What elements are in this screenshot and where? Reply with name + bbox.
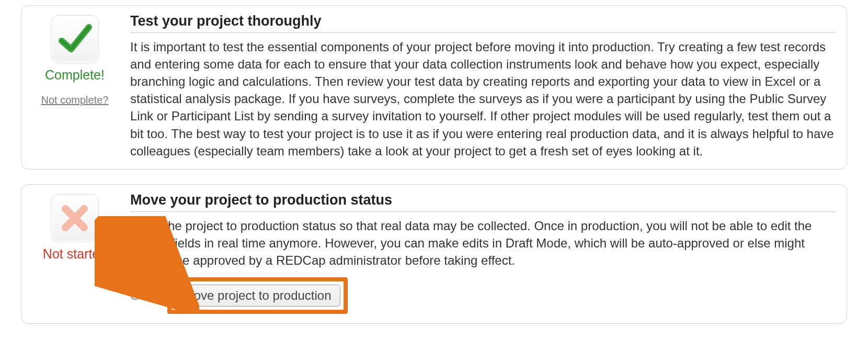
step-description: Move the project to production status so… xyxy=(130,217,835,269)
status-label: Complete! xyxy=(45,67,105,83)
status-column: Complete! Not complete? xyxy=(33,13,117,106)
checklist-step: Not started Move your project to product… xyxy=(21,184,847,324)
checkmark-icon xyxy=(51,15,99,63)
status-label: Not started xyxy=(43,246,107,262)
goto-row: Go to Move project to production xyxy=(130,277,835,314)
checklist-step: Complete! Not complete? Test your projec… xyxy=(21,5,847,170)
not-complete-link[interactable]: Not complete? xyxy=(41,94,109,106)
step-content: Test your project thoroughly It is impor… xyxy=(130,13,835,160)
step-title: Test your project thoroughly xyxy=(130,13,835,33)
step-content: Move your project to production status M… xyxy=(130,192,835,314)
goto-label: Go to xyxy=(130,288,161,303)
status-column: Not started xyxy=(33,192,117,262)
highlight-box: Move project to production xyxy=(167,277,348,314)
x-icon xyxy=(51,194,99,242)
move-to-production-button[interactable]: Move project to production xyxy=(175,285,340,307)
step-description: It is important to test the essential co… xyxy=(130,38,835,160)
step-title: Move your project to production status xyxy=(130,192,835,212)
